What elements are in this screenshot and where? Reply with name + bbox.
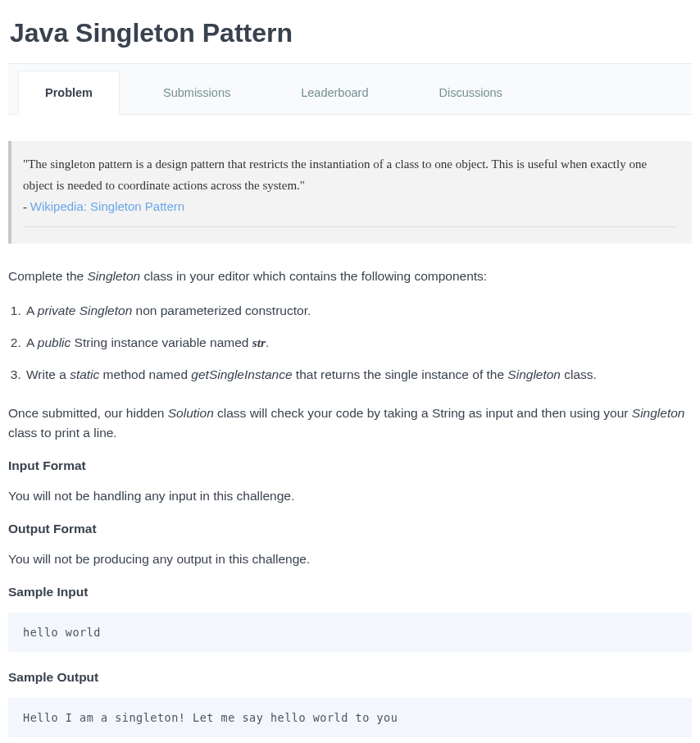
list-item: A public String instance variable named …	[25, 333, 692, 353]
outro-post: class to print a line.	[8, 426, 117, 440]
outro-paragraph: Once submitted, our hidden Solution clas…	[8, 403, 692, 444]
li-text: that returns the single instance of the	[293, 367, 508, 381]
intro-pre: Complete the	[8, 269, 88, 283]
li-text: String instance variable named	[70, 335, 252, 349]
li-text: method named	[99, 367, 191, 381]
quote-block: "The singleton pattern is a design patte…	[8, 141, 692, 244]
sample-input-code: hello world	[8, 613, 692, 652]
li-italic: getSingleInstance	[191, 367, 292, 381]
intro-paragraph: Complete the Singleton class in your edi…	[8, 267, 692, 287]
li-text: class.	[561, 367, 597, 381]
li-italic: static	[70, 367, 99, 381]
quote-text: "The singleton pattern is a design patte…	[23, 154, 677, 196]
sample-output-code: Hello I am a singleton! Let me say hello…	[8, 698, 692, 737]
li-text: .	[266, 335, 269, 349]
tab-leaderboard[interactable]: Leaderboard	[274, 71, 395, 115]
input-format-heading: Input Format	[8, 458, 692, 473]
tab-problem[interactable]: Problem	[18, 71, 120, 115]
quote-divider	[23, 226, 677, 227]
outro-italic: Solution	[168, 406, 214, 420]
outro-mid: class will check your code by taking a S…	[214, 406, 632, 420]
input-format-body: You will not be handling any input in th…	[8, 486, 692, 507]
tab-submissions[interactable]: Submissions	[136, 71, 257, 115]
list-item: A private Singleton non parameterized co…	[25, 301, 692, 321]
quote-source-prefix: -	[23, 200, 30, 213]
li-text: A	[26, 303, 38, 317]
output-format-heading: Output Format	[8, 522, 692, 536]
outro-italic: Singleton	[632, 406, 685, 420]
sample-input-heading: Sample Input	[8, 585, 692, 599]
li-text: Write a	[26, 367, 70, 381]
list-item: Write a static method named getSingleIns…	[25, 365, 692, 385]
intro-post: class in your editor which contains the …	[140, 269, 487, 283]
li-text: non parameterized constructor.	[132, 303, 311, 317]
li-bold: str	[252, 335, 266, 349]
li-italic: Singleton	[507, 367, 561, 381]
sample-output-heading: Sample Output	[8, 670, 692, 685]
li-italic: public	[38, 335, 71, 349]
li-text: A	[26, 335, 38, 349]
intro-italic: Singleton	[88, 269, 141, 283]
page-title: Java Singleton Pattern	[10, 18, 692, 48]
tabs-bar: Problem Submissions Leaderboard Discussi…	[8, 63, 692, 115]
outro-pre: Once submitted, our hidden	[8, 406, 168, 420]
tab-discussions[interactable]: Discussions	[411, 71, 529, 115]
requirements-list: A private Singleton non parameterized co…	[13, 301, 692, 385]
li-italic: private Singleton	[38, 303, 132, 317]
problem-content: "The singleton pattern is a design patte…	[8, 141, 692, 737]
output-format-body: You will not be producing any output in …	[8, 549, 692, 570]
quote-source-link[interactable]: Wikipedia: Singleton Pattern	[30, 199, 184, 213]
